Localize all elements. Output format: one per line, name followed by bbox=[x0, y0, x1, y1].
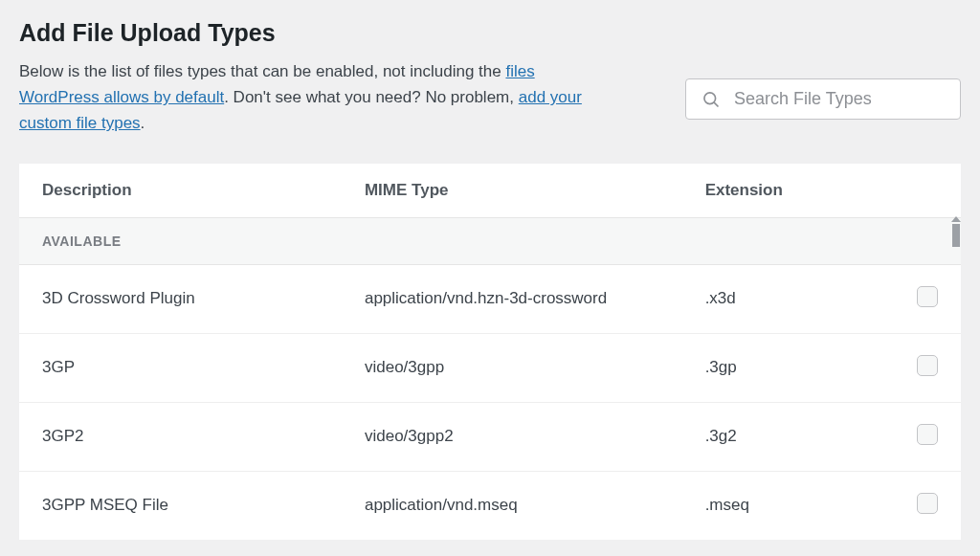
search-box[interactable] bbox=[685, 78, 961, 120]
row-description: 3GPP MSEQ File bbox=[42, 496, 365, 515]
table-row: 3D Crossword Pluginapplication/vnd.hzn-3… bbox=[19, 265, 961, 334]
page-title: Add File Upload Types bbox=[19, 19, 647, 47]
row-extension: .3gp bbox=[705, 358, 884, 377]
table-header: Description MIME Type Extension bbox=[19, 164, 961, 217]
scrollbar[interactable] bbox=[951, 216, 961, 245]
row-description: 3D Crossword Plugin bbox=[42, 289, 365, 308]
row-mime: video/3gpp bbox=[365, 358, 705, 377]
intro-text-1: Below is the list of files types that ca… bbox=[19, 62, 505, 80]
enable-checkbox[interactable] bbox=[917, 493, 938, 514]
search-input[interactable] bbox=[734, 89, 945, 109]
file-types-table: Description MIME Type Extension AVAILABL… bbox=[19, 164, 961, 540]
svg-line-1 bbox=[714, 102, 718, 106]
table-row: 3GP2video/3gpp2.3g2 bbox=[19, 403, 961, 472]
enable-checkbox[interactable] bbox=[917, 355, 938, 376]
row-mime: video/3gpp2 bbox=[365, 427, 705, 446]
row-extension: .mseq bbox=[705, 496, 884, 515]
intro-text-3: . bbox=[141, 114, 145, 132]
col-header-extension: Extension bbox=[705, 181, 884, 200]
enable-checkbox[interactable] bbox=[917, 286, 938, 307]
col-header-description: Description bbox=[42, 181, 365, 200]
enable-checkbox[interactable] bbox=[917, 424, 938, 445]
row-mime: application/vnd.hzn-3d-crossword bbox=[365, 289, 705, 308]
col-header-mime: MIME Type bbox=[365, 181, 705, 200]
page-description: Below is the list of files types that ca… bbox=[19, 58, 612, 137]
row-description: 3GP2 bbox=[42, 427, 365, 446]
search-icon bbox=[702, 90, 721, 109]
table-row: 3GPvideo/3gpp.3gp bbox=[19, 334, 961, 403]
intro-text-2: . Don't see what you need? No problem, bbox=[224, 88, 519, 106]
row-mime: application/vnd.mseq bbox=[365, 496, 705, 515]
row-extension: .x3d bbox=[705, 289, 884, 308]
svg-point-0 bbox=[704, 92, 716, 103]
section-available: AVAILABLE bbox=[19, 217, 961, 265]
table-row: 3GPP MSEQ Fileapplication/vnd.mseq.mseq bbox=[19, 472, 961, 540]
row-extension: .3g2 bbox=[705, 427, 884, 446]
row-description: 3GP bbox=[42, 358, 365, 377]
